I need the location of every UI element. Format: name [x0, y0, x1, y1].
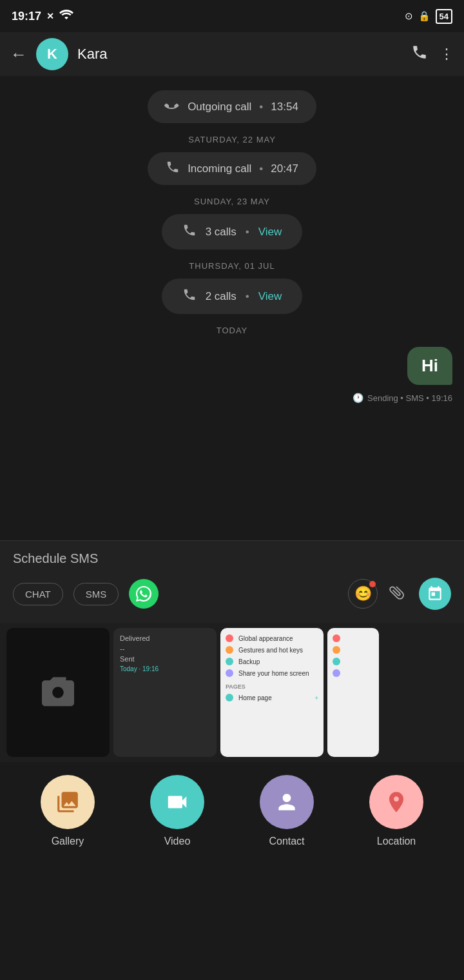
incoming-call-icon: [166, 160, 180, 177]
incoming-call-label: Incoming call: [188, 162, 251, 175]
notification-dot: [369, 581, 376, 587]
whatsapp-button[interactable]: [129, 579, 159, 609]
today-separator: TODAY: [0, 326, 464, 335]
battery-indicator: 54: [436, 9, 452, 24]
contact-name: Kara: [77, 46, 402, 63]
app-row: CHAT SMS 😊: [13, 575, 451, 616]
status-x-icon: ✕: [46, 11, 54, 21]
chat-area: Outgoing call • 13:54 SATURDAY, 22 MAY I…: [0, 76, 464, 540]
contact-label: Contact: [269, 836, 304, 847]
video-button[interactable]: Video: [150, 775, 204, 847]
schedule-sms-section: Schedule SMS CHAT SMS 😊: [0, 541, 464, 623]
incoming-call-bubble: Incoming call • 20:47: [0, 152, 464, 185]
more-options-button[interactable]: ⋮: [440, 46, 454, 63]
attach-button[interactable]: [384, 580, 413, 609]
two-calls-icon: [182, 288, 197, 305]
gallery-label: Gallery: [52, 836, 84, 847]
contact-button[interactable]: Contact: [260, 775, 314, 847]
sent-message-bubble: Hi: [407, 347, 452, 385]
back-button[interactable]: ←: [10, 44, 27, 64]
date-separator-thu: THURSDAY, 01 JUL: [0, 261, 464, 271]
chat-header: ← K Kara ⋮: [0, 32, 464, 76]
date-separator-sun: SUNDAY, 23 MAY: [0, 197, 464, 206]
date-separator-sat: SATURDAY, 22 MAY: [0, 135, 464, 144]
sent-message-row: Hi: [0, 342, 464, 390]
outgoing-call-label: Outgoing call: [188, 101, 251, 113]
wifi-icon: [59, 10, 73, 23]
outgoing-call-icon: [162, 95, 184, 118]
screenshot-grid: Delivered -- Sent Today · 19:16 Global a…: [0, 623, 464, 762]
contact-avatar: K: [36, 38, 68, 70]
bottom-icons-row: Gallery Video Contact Location: [0, 762, 464, 867]
location-button[interactable]: Location: [369, 775, 423, 847]
three-calls-icon: [182, 223, 197, 240]
chat-preview-screenshot[interactable]: Delivered -- Sent Today · 19:16: [113, 628, 217, 757]
settings-preview-screenshot[interactable]: Global appearance Gestures and hot keys …: [220, 628, 324, 757]
message-status-text: Sending • SMS • 19:16: [367, 393, 452, 403]
dot-icon: ⊙: [405, 10, 413, 22]
video-label: Video: [164, 836, 191, 847]
three-calls-bubble: 3 calls • View: [0, 214, 464, 250]
status-bar: 19:17 ✕ ⊙ 🔒 54: [0, 0, 464, 32]
partial-screenshot[interactable]: [327, 628, 379, 757]
emoji-icon: 😊: [354, 585, 372, 602]
message-status: 🕐 Sending • SMS • 19:16: [0, 390, 464, 408]
lock-icon: 🔒: [418, 10, 430, 22]
sending-clock-icon: 🕐: [353, 393, 363, 403]
emoji-button[interactable]: 😊: [348, 579, 378, 609]
outgoing-call-bubble: Outgoing call • 13:54: [0, 90, 464, 123]
gallery-button[interactable]: Gallery: [41, 775, 95, 847]
three-calls-view[interactable]: View: [258, 226, 282, 239]
location-label: Location: [377, 836, 416, 847]
camera-screenshot[interactable]: [6, 628, 110, 757]
call-button[interactable]: [411, 44, 428, 64]
schedule-sms-title: Schedule SMS: [13, 551, 451, 566]
calendar-button[interactable]: [419, 578, 451, 610]
two-calls-bubble: 2 calls • View: [0, 279, 464, 314]
three-calls-count: 3 calls: [206, 226, 237, 239]
chat-tab[interactable]: CHAT: [13, 583, 63, 605]
status-time: 19:17: [12, 10, 41, 23]
two-calls-count: 2 calls: [206, 290, 237, 303]
incoming-call-time: 20:47: [271, 162, 298, 175]
two-calls-view[interactable]: View: [258, 290, 282, 303]
outgoing-call-time: 13:54: [271, 101, 298, 113]
sms-tab[interactable]: SMS: [73, 583, 119, 605]
